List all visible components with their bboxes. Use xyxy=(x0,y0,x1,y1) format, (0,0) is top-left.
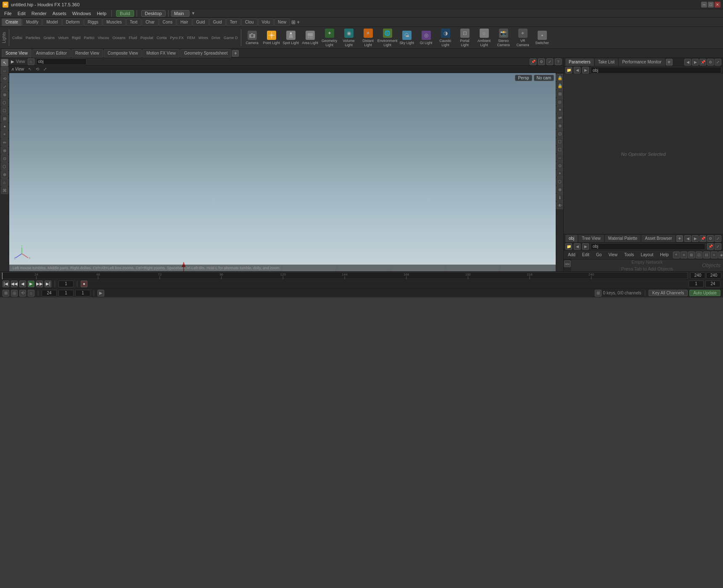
tool-stereo-camera[interactable]: 📸 Stereo Camera xyxy=(494,28,513,47)
transport-next[interactable]: ▶▶ xyxy=(36,281,43,287)
transport-rec[interactable]: ● xyxy=(81,281,87,287)
menu-render[interactable]: Render xyxy=(29,10,49,17)
tab-composite-view[interactable]: Composite View xyxy=(104,49,142,58)
shelf-tab-riggs[interactable]: Riggs xyxy=(84,18,103,26)
persp-button[interactable]: Persp xyxy=(515,75,532,81)
viewport-path-input[interactable] xyxy=(36,58,87,65)
main-dropdown[interactable]: Main xyxy=(171,10,190,17)
params-settings[interactable]: ⚙ xyxy=(707,59,714,66)
desktop-dropdown[interactable]: Desktop xyxy=(141,10,166,17)
network-menu-layout[interactable]: Layout xyxy=(638,251,656,259)
right-tool-x[interactable]: ⊗ xyxy=(556,186,564,193)
tool-vr-camera[interactable]: ⌖ VR Camera xyxy=(514,28,532,47)
tool-volume-light[interactable]: ◉ Volume Light xyxy=(340,28,358,47)
network-tab-asset[interactable]: Asset Browser xyxy=(641,235,675,242)
shelf-tab-char[interactable]: Char xyxy=(142,18,158,26)
tool-scale[interactable]: ⤢ xyxy=(1,83,8,90)
shelf-tab-muscles[interactable]: Muscles xyxy=(103,18,126,26)
network-maximize[interactable]: ⤢ xyxy=(715,235,721,242)
end-frame-input2[interactable]: 240 xyxy=(706,272,721,279)
right-tool-swap[interactable]: ⇄ xyxy=(556,114,564,121)
shelf-tab-cons[interactable]: Cons xyxy=(159,18,176,26)
right-tool-crs[interactable]: ⌖ xyxy=(556,170,564,177)
network-menu-edit[interactable]: Edit xyxy=(580,251,592,259)
current-frame-input[interactable]: 1 xyxy=(58,281,74,287)
tool-move[interactable]: ↔ xyxy=(1,67,8,74)
network-tab-tree[interactable]: Tree View xyxy=(578,235,604,242)
transport-prev-key[interactable]: ◀◀ xyxy=(11,281,18,287)
tab-geometry-spreadsheet[interactable]: Geometry Spreadsheet xyxy=(180,49,231,58)
params-tab-add[interactable]: + xyxy=(666,59,673,66)
tab-scene-view[interactable]: Scene View xyxy=(2,49,32,58)
right-tool-grid[interactable]: ⊞ xyxy=(556,90,564,97)
viewport-maximize-btn[interactable]: ⤢ xyxy=(546,58,553,65)
network-path-fwd[interactable]: ▶ xyxy=(582,243,589,250)
network-settings[interactable]: ⚙ xyxy=(707,235,714,242)
network-path-back[interactable]: ◀ xyxy=(574,243,581,250)
tool-env-light[interactable]: 🌐 Environment Light xyxy=(378,28,397,47)
tool-point-light[interactable]: Point Light xyxy=(262,28,281,47)
network-menu-view[interactable]: View xyxy=(606,251,620,259)
network-tab-add[interactable]: + xyxy=(676,235,683,242)
transport-start[interactable]: |◀ xyxy=(3,281,9,287)
network-path-expand[interactable]: ⤢ xyxy=(715,243,721,250)
shelf-tab-model[interactable]: Model xyxy=(42,18,61,26)
right-tool-sq[interactable]: ☐ xyxy=(556,138,564,145)
frame-display2[interactable]: 1 xyxy=(75,290,90,297)
tool-edit[interactable]: ⊗ xyxy=(1,147,8,154)
network-tab-material[interactable]: Material Palette xyxy=(605,235,641,242)
tool-geo[interactable]: ⬡ xyxy=(1,99,8,106)
right-tool-info[interactable]: ℹ xyxy=(556,194,564,201)
shelf-tab-modify[interactable]: Modify xyxy=(22,18,42,26)
params-tab-parameters[interactable]: Parameters xyxy=(565,58,594,66)
nocam-button[interactable]: No cam xyxy=(534,75,554,81)
tool-grid-select[interactable]: ⊞ xyxy=(1,115,8,122)
shelf-tab-deform[interactable]: Deform xyxy=(62,18,84,26)
tool-cmd[interactable]: ⌘ xyxy=(1,186,8,194)
minimize-button[interactable]: ─ xyxy=(701,2,707,8)
end-frame-input[interactable]: 240 xyxy=(690,272,705,279)
viewport-settings-btn[interactable]: ⚙ xyxy=(538,58,545,65)
menu-assets[interactable]: Assets xyxy=(50,10,69,17)
params-path-input[interactable] xyxy=(591,67,721,74)
close-button[interactable]: ✕ xyxy=(715,2,720,8)
tool-view2[interactable]: ⊙ xyxy=(1,155,8,162)
tool-snap[interactable]: ✦ xyxy=(1,123,8,130)
params-nav-back[interactable]: ◀ xyxy=(684,59,691,66)
fps-input[interactable]: 24 xyxy=(705,281,720,287)
viewport-pin-btn[interactable]: 📌 xyxy=(530,58,536,65)
bottom-icon-3[interactable]: ⟲ xyxy=(19,290,26,297)
right-tool-arr[interactable]: ↔ xyxy=(556,154,564,161)
tool-box[interactable]: ☐ xyxy=(1,107,8,114)
network-icon-1[interactable]: ⌖ xyxy=(673,252,680,258)
viewport-3d[interactable]: Persp No cam Left mouse tumbles. Middle … xyxy=(9,73,556,271)
network-menu-add[interactable]: Add xyxy=(565,251,578,259)
tab-motion-fx[interactable]: Motion FX View xyxy=(142,49,179,58)
right-tool-lock[interactable]: 🔒 xyxy=(556,74,564,81)
shelf-add[interactable]: + xyxy=(297,19,300,25)
shelf-tab-terr[interactable]: Terr xyxy=(226,18,241,26)
transport-end[interactable]: ▶| xyxy=(45,281,51,287)
right-tool-circ[interactable]: ⊙ xyxy=(556,162,564,169)
bottom-icon-5[interactable]: ▶ xyxy=(98,290,104,297)
right-tool-plus[interactable]: ⊕ xyxy=(556,122,564,129)
network-icon-2[interactable]: ≡ xyxy=(681,252,687,258)
maximize-button[interactable]: □ xyxy=(708,2,714,8)
network-nav-fwd[interactable]: ▶ xyxy=(692,235,699,242)
network-icon-4[interactable]: ⊡ xyxy=(696,252,702,258)
params-path-forward[interactable]: ▶ xyxy=(582,67,589,74)
build-button[interactable]: Build xyxy=(116,10,134,17)
tool-sky-light[interactable]: 🌤 Sky Light xyxy=(398,28,416,47)
shelf-tab-new[interactable]: New xyxy=(274,18,290,26)
params-pin[interactable]: 📌 xyxy=(699,59,706,66)
shelf-tab-text[interactable]: Text xyxy=(126,18,141,26)
fps-display[interactable]: 24 xyxy=(42,290,57,297)
tool-geometry-light[interactable]: ✦ Geometry Light xyxy=(320,28,339,47)
tool-gi-light[interactable]: ◎ GI Light xyxy=(417,28,435,47)
tool-home[interactable]: ⌂ xyxy=(1,178,8,186)
menu-help[interactable]: Help xyxy=(94,10,109,17)
network-icon-5[interactable]: ⊟ xyxy=(703,252,710,258)
view-tool-3[interactable]: ⤢ xyxy=(42,66,48,73)
shelf-tab-clou[interactable]: Clou xyxy=(241,18,258,26)
right-tool-eye[interactable]: 👁 xyxy=(556,202,564,209)
